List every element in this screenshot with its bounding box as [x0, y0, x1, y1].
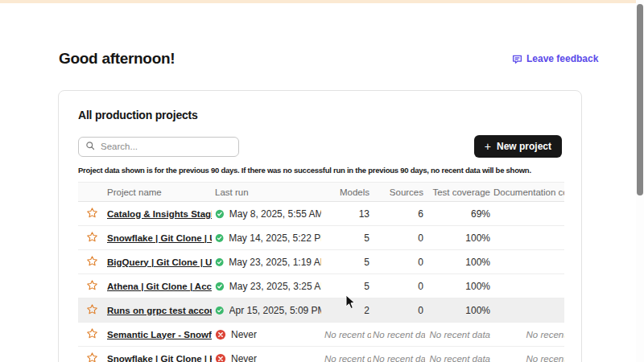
sources-count: 6 [371, 202, 425, 226]
table-row[interactable]: Snowflake | Git Clone | Key... Never No … [78, 347, 564, 362]
table-row[interactable]: Athena | Git Clone | Acces... May 23, 20… [78, 274, 564, 298]
leave-feedback-label: Leave feedback [526, 53, 598, 64]
table-row[interactable]: Snowflake | Git Clone | Use... May 14, 2… [78, 226, 564, 250]
last-run-timestamp: May 23, 2025, 3:25 AM B [229, 281, 321, 292]
models-count: No recent data [323, 347, 371, 362]
last-run-timestamp: Never [231, 353, 257, 362]
sources-count: 0 [371, 298, 425, 323]
favorite-star-icon[interactable] [86, 207, 98, 219]
sources-count: No recent data [371, 347, 425, 362]
projects-table: Project name Last run Models Sources Tes… [78, 182, 564, 362]
search-box[interactable] [78, 137, 239, 157]
sources-count: 0 [371, 226, 425, 250]
favorite-star-icon[interactable] [86, 255, 98, 267]
doc-coverage-value [492, 298, 564, 323]
doc-coverage-value [492, 202, 564, 226]
table-row-hovered[interactable]: Runs on grpc test account Apr 15, 2025, … [78, 298, 564, 323]
table-row[interactable]: BigQuery | Git Clone | User... May 23, 2… [78, 250, 564, 274]
test-coverage-value: No recent data [425, 323, 492, 347]
projects-card: All production projects + New project Pr… [58, 90, 582, 362]
models-count: 13 [323, 202, 371, 226]
page-scrollbar[interactable] [636, 0, 644, 362]
models-count: 2 [323, 298, 371, 323]
sources-count: No recent data [371, 323, 425, 347]
run-success-icon [215, 208, 225, 220]
project-link[interactable]: Catalog & Insights Staging... [107, 209, 212, 219]
last-run-timestamp: Apr 15, 2025, 5:09 PM BS [229, 305, 322, 316]
scrollbar-thumb[interactable] [637, 4, 643, 195]
search-icon [85, 139, 95, 154]
run-never-icon [215, 353, 226, 362]
table-row[interactable]: Semantic Layer - Snowflake Never No rece… [78, 323, 564, 347]
favorite-star-icon[interactable] [86, 279, 98, 291]
doc-coverage-value [492, 274, 564, 298]
favorite-star-icon[interactable] [86, 327, 98, 339]
project-link[interactable]: Semantic Layer - Snowflake [107, 330, 212, 339]
last-run-timestamp: May 23, 2025, 1:19 AM BS [229, 257, 321, 268]
test-coverage-value: 100% [425, 274, 492, 298]
col-test-coverage: Test coverage [425, 183, 492, 202]
col-star [78, 183, 105, 202]
project-link[interactable]: Athena | Git Clone | Acces... [107, 282, 212, 291]
sources-count: 0 [371, 250, 425, 274]
feedback-bubble-icon [512, 54, 522, 64]
table-header-row: Project name Last run Models Sources Tes… [78, 183, 564, 202]
leave-feedback-link[interactable]: Leave feedback [512, 53, 598, 64]
new-project-button[interactable]: + New project [474, 135, 562, 158]
new-project-label: New project [497, 141, 551, 152]
models-count: No recent data [323, 323, 371, 347]
col-doc-coverage: Documentation coverage [492, 183, 564, 202]
run-success-icon [215, 257, 224, 268]
models-count: 5 [323, 226, 371, 250]
favorite-star-icon[interactable] [86, 231, 98, 243]
last-run-timestamp: Never [231, 329, 257, 340]
doc-coverage-value [492, 250, 564, 274]
test-coverage-value: 69% [425, 202, 492, 226]
project-link[interactable]: BigQuery | Git Clone | User... [107, 257, 212, 267]
col-project-name: Project name [105, 183, 213, 202]
models-count: 5 [323, 250, 371, 274]
doc-coverage-value: No recent data [492, 323, 564, 347]
page-title: Good afternoon! [59, 50, 175, 68]
last-run-timestamp: May 8, 2025, 5:55 AM BS [229, 208, 321, 220]
favorite-star-icon[interactable] [86, 352, 98, 362]
run-success-icon [215, 281, 225, 292]
test-coverage-value: No recent data [425, 347, 492, 362]
last-run-timestamp: May 14, 2025, 5:22 PM BS [229, 232, 321, 244]
doc-coverage-value: No recent data [492, 347, 564, 362]
run-success-icon [215, 232, 224, 244]
top-accent-bar [0, 0, 644, 3]
run-success-icon [215, 305, 225, 316]
project-link[interactable]: Snowflake | Git Clone | Use... [107, 233, 212, 243]
favorite-star-icon[interactable] [86, 303, 98, 315]
doc-coverage-value [492, 226, 564, 250]
table-row[interactable]: Catalog & Insights Staging... May 8, 202… [78, 202, 564, 226]
models-count: 5 [323, 274, 371, 298]
col-sources: Sources [371, 183, 425, 202]
run-never-icon [215, 329, 226, 340]
project-link[interactable]: Runs on grpc test account [107, 306, 212, 315]
col-models: Models [323, 183, 371, 202]
projects-table-wrap: Project name Last run Models Sources Tes… [78, 182, 564, 362]
project-link[interactable]: Snowflake | Git Clone | Key... [107, 354, 212, 362]
card-title: All production projects [78, 109, 562, 121]
plus-icon: + [485, 141, 491, 152]
search-input[interactable] [101, 142, 232, 151]
col-last-run: Last run [213, 183, 323, 202]
data-range-notice: Project data shown is for the previous 9… [78, 166, 562, 175]
test-coverage-value: 100% [425, 298, 492, 323]
test-coverage-value: 100% [425, 250, 492, 274]
sources-count: 0 [371, 274, 425, 298]
test-coverage-value: 100% [425, 226, 492, 250]
